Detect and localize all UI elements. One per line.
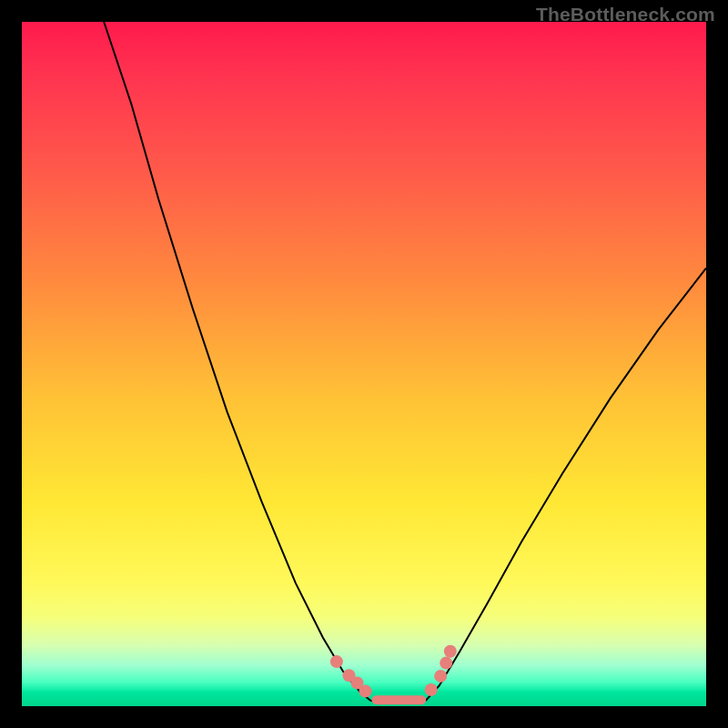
plot-area [22, 22, 706, 706]
data-marker [440, 657, 452, 670]
data-marker [434, 670, 447, 682]
curve-group [104, 22, 706, 703]
marker-layer [330, 645, 457, 700]
left-curve [104, 22, 370, 701]
data-marker [425, 683, 438, 696]
curve-layer [22, 22, 706, 706]
data-marker [359, 685, 372, 698]
data-marker [330, 655, 343, 668]
watermark-text: TheBottleneck.com [536, 4, 715, 25]
right-curve [426, 268, 706, 701]
data-marker [444, 645, 457, 658]
chart-frame: TheBottleneck.com [0, 0, 728, 728]
